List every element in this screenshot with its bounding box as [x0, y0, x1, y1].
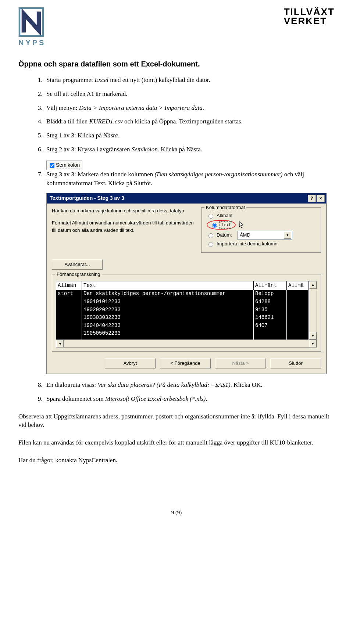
table-row: 190303032233146621 — [56, 314, 309, 322]
preview-legend: Förhandsgranskning — [55, 271, 102, 278]
file-paragraph: Filen kan nu användas för exempelvis kop… — [18, 438, 335, 447]
finish-button[interactable]: Slutför — [270, 358, 321, 368]
text-import-wizard-dialog: Textimportguiden - Steg 3 av 3 ? × Här k… — [46, 193, 327, 374]
radio-text[interactable] — [212, 223, 217, 228]
step-5: Steg 1 av 3: Klicka på Nästa. — [44, 131, 335, 140]
contact-paragraph: Har du frågor, kontakta NypsCentralen. — [18, 456, 335, 465]
radio-allmant[interactable] — [208, 214, 213, 219]
step-8: En dialogruta visas: Var ska data placer… — [44, 381, 335, 389]
radio-datum-row[interactable]: Datum: ÅMD ▼ — [207, 231, 317, 240]
logo-right-line2: VERKET — [284, 17, 335, 26]
advanced-button[interactable]: Avancerat... — [52, 259, 103, 270]
table-row: 19010101223364288 — [56, 298, 309, 306]
step-6: Steg 2 av 3: Kryssa i avgränsaren Semiko… — [44, 145, 335, 154]
dialog-title: Textimportguiden - Steg 3 av 3 — [50, 195, 124, 202]
semikolon-label: Semikolon — [56, 162, 80, 169]
logo-right-line1: TILLVÄXT — [284, 7, 335, 17]
step-9: Spara dokumentet som Microsoft Office Ex… — [44, 395, 335, 403]
scroll-down-icon[interactable]: ▼ — [309, 332, 317, 339]
semikolon-checkbox[interactable] — [50, 163, 54, 168]
mouse-cursor-icon — [239, 221, 245, 229]
radio-skip[interactable] — [208, 242, 213, 247]
cancel-button[interactable]: Avbryt — [105, 358, 156, 368]
dialog-titlebar: Textimportguiden - Steg 3 av 3 ? × — [47, 193, 326, 204]
logo-left: NYPS — [18, 7, 46, 48]
horizontal-scrollbar[interactable]: ◄ ► — [56, 339, 317, 348]
preview-fieldset: Förhandsgranskning Allmän Text Allmänt A… — [52, 274, 321, 352]
red-highlight-ellipse: Text — [207, 220, 236, 230]
step-2: Se till att cellen A1 är markerad. — [44, 90, 335, 98]
steps-list-cont2: En dialogruta visas: Var ska data placer… — [18, 381, 335, 403]
page-number: 9 (9) — [18, 509, 335, 517]
radio-text-row[interactable]: Text — [207, 220, 317, 230]
radio-datum[interactable] — [208, 233, 213, 238]
dialog-button-row: Avbryt < Föregående Nästa > Slutför — [52, 358, 321, 368]
steps-list-cont: Steg 3 av 3: Markera den tionde kolumnen… — [18, 170, 335, 188]
back-button[interactable]: < Föregående — [160, 358, 211, 368]
next-button: Nästa > — [215, 358, 266, 368]
scroll-up-icon[interactable]: ▲ — [309, 281, 317, 289]
dialog-description: Här kan du markera varje kolumn och spec… — [52, 207, 194, 234]
semikolon-checkbox-image: Semikolon — [46, 161, 82, 170]
table-row: 1902020222339135 — [56, 306, 309, 314]
close-button[interactable]: × — [317, 195, 325, 202]
step-3: Välj menyn: Data > Importera externa dat… — [44, 104, 335, 112]
scroll-left-icon[interactable]: ◄ — [56, 340, 64, 347]
observe-paragraph: Observera att Uppgiftslämnarens adress, … — [18, 412, 335, 430]
step-7: Steg 3 av 3: Markera den tionde kolumnen… — [44, 170, 335, 188]
preview-header-row: Allmän Text Allmänt Allmä — [56, 281, 309, 290]
radio-skip-row[interactable]: Importera inte denna kolumn — [207, 241, 317, 247]
help-button[interactable]: ? — [308, 195, 316, 202]
step-4: Bläddra till filen KURED1.csv och klicka… — [44, 117, 335, 126]
column-data-format-group: Kolumndataformat Allmänt Text D — [201, 207, 321, 253]
preview-title-row: stort Den skattskyldiges person-/organis… — [56, 290, 309, 298]
vertical-scrollbar[interactable]: ▲ ▼ — [309, 281, 317, 340]
preview-table[interactable]: Allmän Text Allmänt Allmä stort Den skat… — [56, 281, 309, 340]
page-header: NYPS TILLVÄXT VERKET — [18, 7, 335, 48]
datum-format-dropdown[interactable]: ÅMD ▼ — [237, 231, 292, 240]
section-title: Öppna och spara datafilen som ett Excel-… — [18, 59, 335, 69]
logo-left-text: NYPS — [18, 37, 46, 48]
logo-right: TILLVÄXT VERKET — [284, 7, 335, 25]
titlebar-buttons: ? × — [308, 195, 325, 202]
step-1: Starta programmet Excel med ett nytt (to… — [44, 76, 335, 84]
group-legend: Kolumndataformat — [204, 204, 246, 211]
nyps-logo-icon — [18, 7, 44, 37]
chevron-down-icon: ▼ — [284, 231, 291, 239]
steps-list: Starta programmet Excel med ett nytt (to… — [18, 76, 335, 154]
scroll-right-icon[interactable]: ► — [309, 340, 317, 347]
table-row: 1904040422336407 — [56, 322, 309, 330]
dialog-body: Här kan du markera varje kolumn och spec… — [47, 204, 326, 374]
radio-allmant-row[interactable]: Allmänt — [207, 212, 317, 219]
table-row: 190505052233 — [56, 330, 309, 339]
